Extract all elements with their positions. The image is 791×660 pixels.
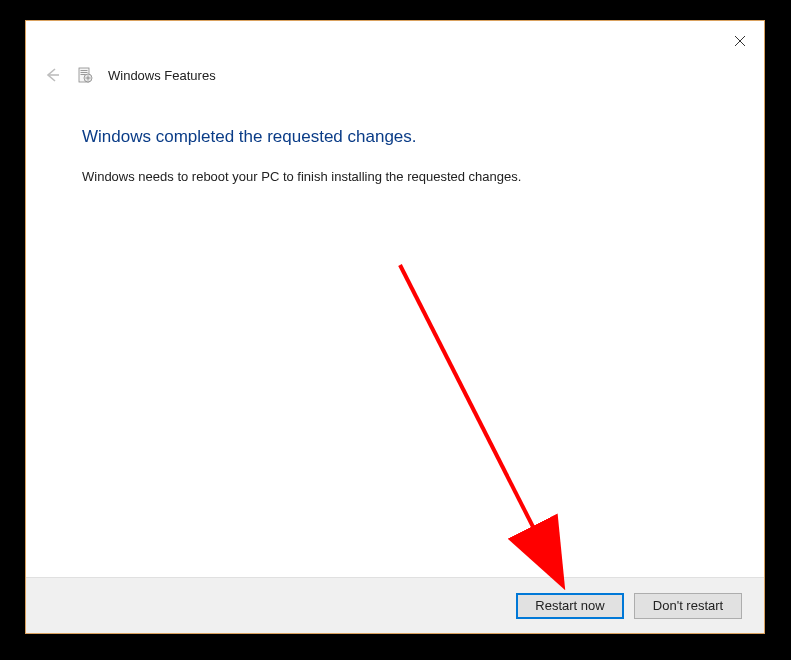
back-arrow-icon <box>43 66 61 84</box>
windows-features-dialog: Windows Features Windows completed the r… <box>25 20 765 634</box>
svg-rect-4 <box>81 70 88 71</box>
button-bar: Restart now Don't restart <box>26 577 764 633</box>
svg-rect-6 <box>81 74 86 75</box>
back-button <box>42 65 62 85</box>
close-button[interactable] <box>728 29 752 53</box>
header-row: Windows Features <box>26 59 764 85</box>
body-text: Windows needs to reboot your PC to finis… <box>82 169 764 184</box>
windows-features-icon <box>76 66 94 84</box>
dialog-title: Windows Features <box>108 68 216 83</box>
main-heading: Windows completed the requested changes. <box>82 127 764 147</box>
svg-rect-5 <box>81 72 88 73</box>
content-area: Windows completed the requested changes.… <box>26 85 764 577</box>
dont-restart-button[interactable]: Don't restart <box>634 593 742 619</box>
titlebar <box>26 21 764 59</box>
restart-now-button[interactable]: Restart now <box>516 593 624 619</box>
close-icon <box>734 35 746 47</box>
